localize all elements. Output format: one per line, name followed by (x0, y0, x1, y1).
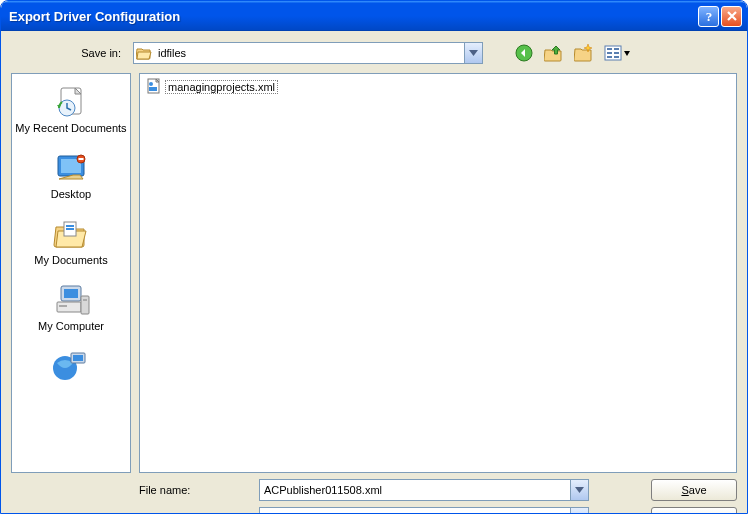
save-in-combo[interactable]: idfiles (133, 42, 483, 64)
place-desktop[interactable]: Desktop (12, 144, 130, 210)
svg-rect-4 (614, 48, 619, 50)
my-documents-icon (51, 216, 91, 252)
views-menu-icon[interactable] (603, 42, 633, 64)
save-mnemonic: S (681, 484, 688, 496)
place-mydocs-label: My Documents (34, 254, 107, 266)
saveastype-row: Save as type: *.xml Cancel (139, 507, 737, 514)
svg-rect-26 (73, 355, 83, 361)
export-dialog: Export Driver Configuration ? Save in: i… (0, 0, 748, 514)
file-list-pane[interactable]: managingprojects.xml (139, 73, 737, 473)
save-in-row: Save in: idfiles (11, 39, 737, 67)
up-one-level-icon[interactable] (543, 42, 565, 64)
recent-documents-icon (51, 84, 91, 120)
svg-rect-17 (66, 228, 74, 230)
desktop-icon (51, 150, 91, 186)
folder-open-icon (134, 46, 154, 60)
window-title: Export Driver Configuration (9, 9, 698, 24)
cancel-button[interactable]: Cancel (651, 507, 737, 514)
place-my-documents[interactable]: My Documents (12, 210, 130, 276)
place-mycomputer-label: My Computer (38, 320, 104, 332)
svg-rect-16 (66, 225, 74, 227)
help-button[interactable]: ? (698, 6, 719, 27)
save-button[interactable]: Save (651, 479, 737, 501)
svg-rect-6 (614, 52, 619, 54)
saveastype-dropdown-arrow[interactable] (570, 508, 588, 514)
save-in-value: idfiles (154, 47, 464, 59)
filename-combo[interactable]: ACPublisher011508.xml (259, 479, 589, 501)
svg-rect-22 (81, 296, 89, 314)
filename-row: File name: ACPublisher011508.xml Save (139, 479, 737, 501)
svg-rect-8 (614, 56, 619, 58)
file-item[interactable]: managingprojects.xml (144, 78, 280, 96)
places-bar: My Recent Documents Desktop (11, 73, 131, 473)
save-in-label: Save in: (11, 47, 127, 59)
my-network-icon (51, 348, 91, 384)
titlebar-buttons: ? (698, 6, 742, 27)
svg-rect-21 (59, 305, 67, 307)
my-computer-icon (51, 282, 91, 318)
saveastype-combo[interactable]: *.xml (259, 507, 589, 514)
place-recent-documents[interactable]: My Recent Documents (12, 78, 130, 144)
filename-dropdown-arrow[interactable] (570, 480, 588, 500)
svg-rect-3 (607, 48, 612, 50)
svg-rect-14 (79, 158, 84, 160)
svg-point-29 (149, 82, 153, 86)
svg-rect-5 (607, 52, 612, 54)
xml-file-icon (146, 78, 162, 96)
place-my-computer[interactable]: My Computer (12, 276, 130, 342)
filename-value[interactable]: ACPublisher011508.xml (260, 484, 570, 496)
new-folder-icon[interactable] (573, 42, 595, 64)
save-in-dropdown-arrow[interactable] (464, 43, 482, 63)
place-desktop-label: Desktop (51, 188, 91, 200)
titlebar: Export Driver Configuration ? (1, 1, 747, 31)
back-icon[interactable] (513, 42, 535, 64)
svg-rect-23 (83, 299, 87, 301)
svg-text:?: ? (705, 9, 712, 23)
filename-label: File name: (139, 484, 249, 496)
bottom-controls: File name: ACPublisher011508.xml Save Sa… (139, 479, 737, 514)
file-name-label: managingprojects.xml (165, 80, 278, 94)
svg-rect-7 (607, 56, 612, 58)
nav-toolbar (513, 42, 633, 64)
close-button[interactable] (721, 6, 742, 27)
dialog-body: Save in: idfiles (1, 31, 747, 513)
svg-rect-28 (149, 87, 157, 91)
main-area: My Recent Documents Desktop (11, 73, 737, 473)
place-my-network[interactable] (12, 342, 130, 394)
place-recent-label: My Recent Documents (15, 122, 126, 134)
svg-rect-19 (64, 289, 78, 298)
save-rest: ave (689, 484, 707, 496)
